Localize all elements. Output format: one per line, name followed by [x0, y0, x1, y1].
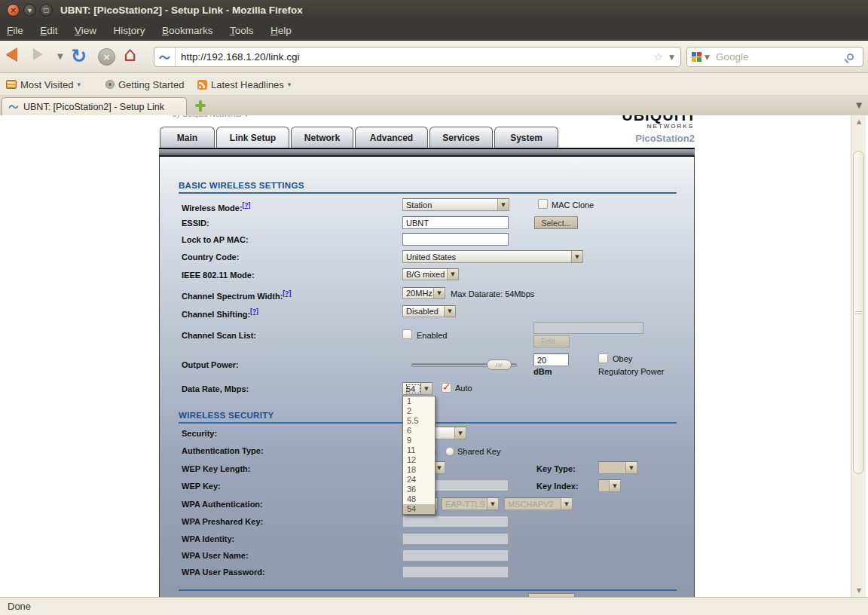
channel-width-select[interactable]: 20MHz▼ [402, 287, 445, 299]
ubiquiti-logo: UBIQUITI NETWORKS [622, 115, 694, 130]
lock-ap-mac-input[interactable] [402, 233, 509, 246]
scroll-down-icon[interactable]: ▼ [851, 584, 866, 597]
bookmark-latest-headlines[interactable]: Latest Headlines ▾ [197, 73, 291, 96]
new-tab-icon[interactable] [194, 99, 206, 112]
menu-help[interactable]: Help [264, 21, 298, 41]
max-datarate-note: Max Datarate: 54Mbps [451, 289, 534, 298]
data-rate-dropdown-list[interactable]: 1 2 5.5 6 9 11 12 18 24 36 48 54 [402, 396, 436, 515]
tab-list-dropdown-icon[interactable]: ▼ [856, 101, 862, 109]
page-tab-network[interactable]: Network [291, 127, 353, 148]
wpa-username-input [402, 549, 509, 561]
auth-shared-label: Shared Key [457, 447, 500, 456]
help-link[interactable]: [?] [250, 308, 258, 315]
country-code-select[interactable]: United States▼ [402, 250, 583, 263]
url-text[interactable]: http://192.168.1.20/link.cgi [176, 51, 653, 63]
mac-clone-checkbox[interactable] [538, 199, 548, 209]
menu-edit[interactable]: Edit [33, 21, 64, 41]
rate-option[interactable]: 6 [403, 426, 435, 436]
auto-label: Auto [455, 384, 472, 393]
rate-option[interactable]: 5.5 [403, 416, 435, 426]
page-tab-services[interactable]: Services [429, 127, 493, 148]
help-link[interactable]: [?] [243, 201, 251, 209]
back-forward-dropdown-icon[interactable]: ▼ [57, 52, 63, 60]
select-arrow-icon[interactable]: ▼ [497, 199, 509, 210]
menu-file[interactable]: File [0, 21, 30, 41]
scrollbar-thumb[interactable] [853, 151, 864, 474]
essid-select-button[interactable]: Select... [534, 216, 578, 229]
url-bar[interactable]: http://192.168.1.20/link.cgi ☆ ▼ [154, 47, 681, 67]
scan-enabled-checkbox[interactable] [402, 329, 412, 339]
search-bar[interactable]: ▼ Google [686, 47, 863, 67]
menu-bookmarks[interactable]: Bookmarks [155, 21, 220, 41]
wireless-mode-select[interactable]: Station▼ [402, 198, 509, 211]
wpa-identity-label: WPA Identity: [182, 534, 234, 543]
page-tab-advanced[interactable]: Advanced [355, 127, 428, 148]
bookmark-most-visited[interactable]: Most Visited ▾ [6, 73, 81, 96]
menu-history[interactable]: History [106, 21, 151, 41]
back-icon[interactable] [6, 47, 17, 61]
browser-tab[interactable]: UBNT: [PicoStation2] - Setup Link [2, 97, 187, 115]
select-arrow-icon[interactable]: ▼ [420, 383, 432, 394]
select-arrow-icon[interactable]: ▼ [447, 269, 458, 280]
output-power-unit: dBm [533, 367, 552, 376]
channel-shifting-select[interactable]: Disabled▼ [402, 305, 456, 317]
rate-option[interactable]: 2 [403, 406, 435, 416]
obey-regulatory-checkbox[interactable] [598, 353, 608, 363]
rate-option[interactable]: 48 [403, 494, 435, 504]
window-close-icon[interactable]: × [7, 4, 20, 17]
scroll-up-icon[interactable]: ▲ [851, 115, 866, 128]
rate-option[interactable]: 24 [403, 475, 435, 485]
data-rate-select[interactable]: 54▼ [402, 382, 432, 395]
search-icon[interactable] [847, 54, 854, 60]
status-text: Done [8, 598, 31, 615]
tab-bar: UBNT: [PicoStation2] - Setup Link ▼ [0, 96, 868, 115]
rate-option[interactable]: 12 [403, 455, 435, 465]
section-title-basic: BASIC WIRELESS SETTINGS [179, 181, 304, 190]
rate-option[interactable]: 36 [403, 485, 435, 494]
search-input[interactable]: Google [710, 51, 847, 63]
rate-option-selected[interactable]: 54 [403, 504, 435, 514]
help-link[interactable]: [?] [283, 289, 291, 297]
select-arrow-icon[interactable]: ▼ [454, 427, 466, 439]
window-maximize-icon[interactable]: □ [40, 4, 53, 17]
ieee-mode-select[interactable]: B/G mixed▼ [402, 268, 459, 280]
key-type-select: ▼ [598, 461, 637, 474]
select-arrow-icon[interactable]: ▼ [433, 288, 445, 298]
data-rate-label: Data Rate, Mbps: [182, 384, 249, 393]
settings-panel: BASIC WIRELESS SETTINGS Wireless Mode:[?… [159, 157, 695, 597]
bookmark-getting-started[interactable]: Getting Started [105, 73, 184, 96]
url-dropdown-icon[interactable]: ▼ [669, 54, 680, 61]
security-label: Security: [182, 429, 217, 438]
page-tab-link-setup[interactable]: Link Setup [216, 127, 289, 148]
rate-option[interactable]: 1 [403, 396, 435, 406]
vertical-scrollbar[interactable]: ▲ ▼ [851, 115, 866, 597]
rate-option[interactable]: 9 [403, 436, 435, 445]
reload-icon[interactable]: ↻ [71, 45, 87, 67]
home-icon[interactable]: ⌂ [124, 47, 136, 62]
forward-icon[interactable] [33, 48, 43, 60]
auto-checkbox[interactable] [442, 383, 451, 393]
select-arrow-icon: ▼ [625, 462, 637, 473]
rate-option[interactable]: 18 [403, 465, 435, 475]
auth-shared-radio[interactable] [445, 447, 454, 456]
ieee-mode-label: IEEE 802.11 Mode: [182, 271, 255, 280]
essid-input[interactable]: UBNT [402, 216, 509, 229]
device-name: PicoStation2 [635, 133, 695, 144]
menu-tools[interactable]: Tools [223, 21, 261, 41]
bookmark-star-icon[interactable]: ☆ [653, 50, 669, 64]
output-power-input[interactable]: 20 [533, 353, 569, 366]
search-engine-dropdown-icon[interactable]: ▼ [701, 54, 710, 61]
brand-byline: by Ubiquiti Networks ✈ [173, 115, 249, 118]
select-arrow-icon[interactable]: ▼ [444, 306, 455, 317]
select-arrow-icon[interactable]: ▼ [571, 251, 582, 262]
mac-clone-label: MAC Clone [552, 200, 594, 210]
page-tab-system[interactable]: System [494, 127, 558, 148]
site-favicon [154, 47, 176, 66]
menu-view[interactable]: View [68, 21, 103, 41]
page-tab-main[interactable]: Main [160, 127, 215, 148]
output-power-slider-handle[interactable] [487, 360, 512, 370]
stop-icon[interactable]: × [98, 48, 115, 66]
folder-icon [6, 80, 17, 89]
window-minimize-icon[interactable]: ▾ [23, 4, 36, 17]
rate-option[interactable]: 11 [403, 445, 435, 455]
